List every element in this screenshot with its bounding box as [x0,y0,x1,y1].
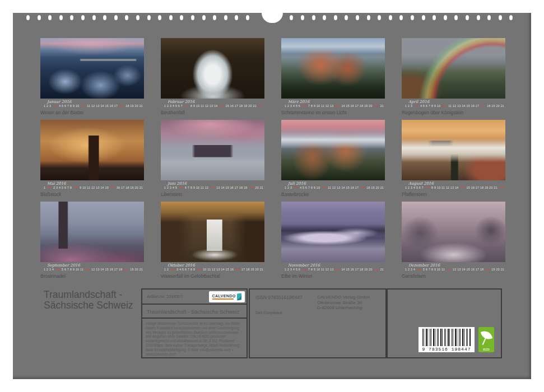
hanger-notch [262,13,283,23]
binding-hole [389,15,392,20]
binding-hole [147,15,151,20]
month-script-label: Juli 2016 [288,181,385,186]
binding-hole [246,15,249,20]
eco-badge: eco [478,327,494,352]
month-photo-5 [40,120,144,180]
photo-caption: Lilienstein [161,192,264,197]
binding-hole [202,15,206,20]
binding-hole [180,15,183,20]
month-cell: Februar 2016 1 2 3 4 5 6 78 9 10 11 12 1… [161,38,264,115]
calvendo-logo: CALVENDO [209,291,245,302]
mini-calendar-days: 1 2 34 5 6 7 8 9 1011 12 13 14 15 16 171… [285,186,385,190]
binding-hole [38,15,41,20]
binding-hole [136,15,140,20]
binding-hole [411,15,414,20]
month-cell: August 2016 1 2 3 4 5 6 78 9 10 11 12 13… [402,120,505,197]
ean-barcode: 9 783516 198447 [419,327,475,352]
photo-caption: Winter an der Bastei [40,110,144,115]
binding-hole [499,15,502,20]
article-number: Artikel-Nr. 2034507 [147,294,183,299]
month-script-label: Februar 2016 [168,100,264,104]
binding-hole [191,15,194,20]
month-script-label: August 2016 [408,181,505,186]
month-photo-8 [402,120,505,180]
calendar-back-page: Januar 2016 1 2 34 5 6 7 8 9 1011 12 13 … [13,13,531,379]
mini-calendar-days: 1 2 3 4 5 67 8 9 10 11 12 1314 15 16 17 … [285,268,385,272]
month-photo-9 [40,202,144,262]
eco-label: eco [478,347,494,351]
mini-calendar-days: 1 2 3 45 6 7 8 9 10 1112 13 14 15 16 17 … [44,268,144,272]
mini-calendar-days: 1 2 3 45 6 7 8 9 10 1112 13 14 15 16 17 … [405,268,505,272]
binding-hole [466,15,469,20]
photo-caption: Wasserfall im Gelobtbachtal [161,273,264,279]
binding-hole [487,15,491,20]
mini-calendar-days: 1 2 34 5 6 7 8 9 1011 12 13 14 15 16 171… [44,104,144,108]
month-cell: November 2016 1 2 3 4 5 67 8 9 10 11 12 … [281,202,385,279]
photo-caption: Regenbogen über Königstein [402,110,505,115]
binding-hole [158,15,161,20]
publisher-line3: D-82008 Unterhaching [317,305,362,310]
month-cell: Oktober 2016 1 23 4 5 6 7 8 910 11 12 13… [161,202,264,279]
binding-hole [70,15,73,20]
publisher-address: CALVENDO Verlag GmbH Ottobrunner Straße … [317,295,370,311]
month-photo-7 [281,120,385,180]
photo-caption: Bloßstock [40,192,144,197]
binding-hole [290,15,293,20]
mini-calendar-days: 1 2 3 4 56 7 8 9 10 11 1213 14 15 16 17 … [164,186,264,190]
binding-hole [477,15,480,20]
binding-hole [345,15,348,20]
month-cell: März 2016 1 2 3 4 5 67 8 9 10 11 12 1314… [281,38,385,115]
month-script-label: März 2016 [288,100,385,104]
month-script-label: April 2016 [408,100,505,104]
leaf-stem-icon [482,338,486,345]
barcode-bars [422,329,471,346]
photo-caption: Schrammsteine im ersten Licht [281,110,385,115]
month-script-label: Januar 2016 [47,100,144,104]
publisher-info-box: ISBN 9783516198447 Dirk Ehrentraut CALVE… [249,288,387,358]
binding-hole [301,15,304,20]
binding-hole [444,15,447,20]
mini-calendar-days: 1 2 3 4 5 6 78 9 10 11 12 13 1415 16 17 … [164,104,264,108]
calvendo-logo-tagline-bar [212,298,234,300]
month-cell: Januar 2016 1 2 34 5 6 7 8 9 1011 12 13 … [40,38,144,115]
binding-hole [169,15,173,20]
photo-caption: Pfaffenstein [402,192,505,197]
calvendo-book-icon [237,293,241,300]
publisher-line1: CALVENDO Verlag GmbH [317,295,370,300]
binding-hole [59,15,63,20]
mini-calendar-days: 1 2 3 4 5 6 78 9 10 11 12 13 1415 16 17 … [405,186,505,190]
binding-hole [356,15,359,20]
calvendo-logo-text-wrap: CALVENDO [212,294,236,300]
binding-hole [26,15,30,20]
binding-hole [433,15,436,20]
months-grid: Januar 2016 1 2 34 5 6 7 8 9 1011 12 13 … [40,38,505,279]
calendar-title-line1: Traumlandschaft - [44,290,133,300]
binding-hole [235,15,238,20]
binding-hole [48,15,52,20]
mini-calendar-days: 1 2 34 5 6 7 8 9 1011 12 13 14 15 16 171… [405,104,505,108]
calendar-title-line2: Sächsische Schweiz [44,300,133,311]
month-cell: Juli 2016 1 2 34 5 6 7 8 9 1011 12 13 14… [281,120,385,197]
article-row: Artikel-Nr. 2034507 CALVENDO [142,290,247,305]
mini-calendar-days: 12 3 4 5 6 7 89 10 11 12 13 14 1516 17 1… [44,186,144,190]
photo-caption: Basteibrücke [281,192,385,197]
month-photo-4 [402,38,505,99]
month-photo-12 [402,202,505,262]
binding-hole [422,15,425,20]
month-photo-10 [161,202,264,262]
binding-hole [509,15,513,20]
month-cell: September 2016 1 2 3 45 6 7 8 9 10 1112 … [40,202,144,279]
month-script-label: September 2016 [47,263,144,268]
photo-caption: Beuthenfall [161,110,264,115]
month-photo-11 [281,202,385,262]
mini-calendar-days: 1 23 4 5 6 7 8 910 11 12 13 14 15 1617 1… [164,268,264,272]
month-script-label: Mai 2016 [47,181,144,186]
legal-text: Infolge bestehender Schutzrechte ist es … [142,319,247,359]
month-photo-1 [40,38,144,99]
binding-hole [213,15,216,20]
month-script-label: Oktober 2016 [168,263,264,268]
leaf-icon [481,329,492,341]
publisher-line2: Ottobrunner Straße 39 [317,300,362,305]
photo-caption: Elbe im Winter [281,273,385,279]
title-row: Traumlandschaft - Sächsische Schweiz [142,305,247,319]
